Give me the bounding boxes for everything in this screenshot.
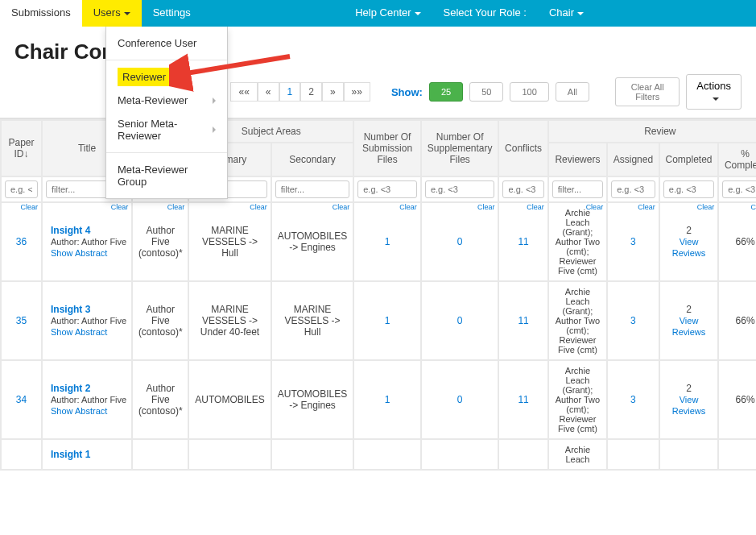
paper-id-cell[interactable]: 36 bbox=[1, 202, 42, 281]
conflicts-cell[interactable]: 11 bbox=[498, 281, 547, 360]
pct-cell: 66% bbox=[718, 202, 756, 281]
pagesize-50[interactable]: 50 bbox=[469, 82, 503, 102]
reviewers-cell: Archie Leach (Grant); Author Two (cmt); … bbox=[548, 202, 607, 281]
filter-reviewers[interactable] bbox=[552, 180, 603, 198]
help-center[interactable]: Help Center bbox=[344, 0, 432, 27]
table-row: Insight 1Archie Leach bbox=[1, 439, 756, 470]
col-assigned[interactable]: Assigned bbox=[607, 143, 659, 176]
clear-link[interactable]: Clear bbox=[638, 203, 655, 211]
pagesize-100[interactable]: 100 bbox=[510, 82, 548, 102]
title-link[interactable]: Insight 1 bbox=[51, 449, 90, 460]
caret-down-icon bbox=[415, 12, 421, 15]
paper-id-cell[interactable] bbox=[1, 439, 42, 470]
paper-id-cell[interactable]: 34 bbox=[1, 360, 42, 439]
pager-prev[interactable]: « bbox=[258, 82, 279, 102]
filter-conflicts[interactable] bbox=[502, 180, 543, 198]
clear-link[interactable]: Clear bbox=[586, 203, 604, 211]
pager-page-2[interactable]: 2 bbox=[300, 82, 322, 102]
col-submission-files[interactable]: Number Of Submission Files bbox=[353, 120, 421, 176]
caret-down-icon bbox=[713, 97, 719, 101]
filter-completed[interactable] bbox=[663, 180, 714, 198]
supp-files-cell[interactable]: 0 bbox=[421, 360, 499, 439]
tab-settings[interactable]: Settings bbox=[142, 0, 202, 27]
dropdown-reviewer[interactable]: Reviewer bbox=[118, 68, 171, 86]
secondary-cell bbox=[271, 439, 353, 470]
dropdown-meta-reviewer[interactable]: Meta-Reviewer bbox=[106, 89, 227, 112]
col-conflicts[interactable]: Conflicts bbox=[498, 120, 547, 176]
table-row: 36Insight 4Author: Author FiveShow Abstr… bbox=[1, 202, 756, 281]
actions-button[interactable]: Actions bbox=[686, 74, 742, 110]
clear-link[interactable]: Clear bbox=[333, 203, 350, 211]
clear-link[interactable]: Clear bbox=[697, 203, 715, 211]
col-paper-id[interactable]: Paper ID bbox=[1, 120, 42, 176]
col-pct-complete[interactable]: % Complete bbox=[718, 143, 756, 176]
pct-cell: 66% bbox=[718, 281, 756, 360]
filter-sub-files[interactable] bbox=[357, 180, 417, 198]
assigned-cell[interactable] bbox=[607, 439, 659, 470]
paper-id-cell[interactable]: 35 bbox=[1, 281, 42, 360]
clear-link[interactable]: Clear bbox=[477, 203, 495, 211]
filter-supp-files[interactable] bbox=[425, 180, 495, 198]
show-abstract-link[interactable]: Show Abstract bbox=[51, 406, 107, 416]
col-reviewers[interactable]: Reviewers bbox=[548, 143, 607, 176]
show-abstract-link[interactable]: Show Abstract bbox=[51, 248, 107, 258]
col-completed[interactable]: Completed bbox=[659, 143, 718, 176]
actions-label: Actions bbox=[696, 80, 731, 92]
authors-cell: Author Five (contoso)* bbox=[132, 360, 188, 439]
tab-users[interactable]: Users bbox=[82, 0, 142, 27]
conflicts-cell[interactable]: 11 bbox=[498, 202, 547, 281]
view-reviews-link[interactable]: View Reviews bbox=[672, 395, 706, 416]
completed-cell: 2View Reviews bbox=[659, 202, 718, 281]
clear-link[interactable]: Clear bbox=[527, 203, 544, 211]
sub-files-cell[interactable] bbox=[353, 439, 421, 470]
assigned-cell[interactable]: 3 bbox=[607, 360, 659, 439]
sub-files-cell[interactable]: 1 bbox=[353, 281, 421, 360]
clear-all-filters-button[interactable]: Clear All Filters bbox=[615, 77, 680, 106]
title-link[interactable]: Insight 2 bbox=[51, 383, 90, 394]
clear-link[interactable]: Clear bbox=[399, 203, 417, 211]
title-link[interactable]: Insight 4 bbox=[51, 225, 90, 236]
pagesize-all[interactable]: All bbox=[556, 82, 589, 102]
dropdown-conference-user[interactable]: Conference User bbox=[106, 31, 227, 55]
primary-cell: MARINE VESSELS -> Under 40-feet bbox=[188, 281, 271, 360]
dropdown-meta-reviewer-group[interactable]: Meta-Reviewer Group bbox=[106, 158, 227, 193]
view-reviews-link[interactable]: View Reviews bbox=[672, 316, 706, 337]
role-selector[interactable]: Chair bbox=[538, 0, 595, 27]
conflicts-cell[interactable]: 11 bbox=[498, 360, 547, 439]
col-secondary[interactable]: Secondary bbox=[271, 143, 353, 176]
dropdown-senior-meta-reviewer[interactable]: Senior Meta-Reviewer bbox=[106, 112, 227, 147]
supp-files-cell[interactable]: 0 bbox=[421, 202, 499, 281]
sub-files-cell[interactable]: 1 bbox=[353, 360, 421, 439]
filter-paper-id[interactable] bbox=[5, 180, 38, 198]
secondary-cell: MARINE VESSELS -> Hull bbox=[271, 281, 353, 360]
title-link[interactable]: Insight 3 bbox=[51, 304, 90, 315]
clear-link[interactable]: Clear bbox=[750, 203, 756, 211]
conflicts-cell[interactable] bbox=[498, 439, 547, 470]
clear-link[interactable]: Clear bbox=[250, 203, 267, 211]
clear-link[interactable]: Clear bbox=[20, 203, 38, 211]
pager-page-1[interactable]: 1 bbox=[279, 82, 301, 102]
supp-files-cell[interactable] bbox=[421, 439, 499, 470]
caret-down-icon bbox=[124, 12, 130, 15]
sub-files-cell[interactable]: 1 bbox=[353, 202, 421, 281]
clear-link[interactable]: Clear bbox=[167, 203, 185, 211]
show-abstract-link[interactable]: Show Abstract bbox=[51, 327, 107, 337]
filter-pct[interactable] bbox=[722, 180, 756, 198]
filter-secondary[interactable] bbox=[275, 180, 349, 198]
title-cell: Insight 1 bbox=[42, 439, 132, 470]
assigned-cell[interactable]: 3 bbox=[607, 281, 659, 360]
pager-next[interactable]: » bbox=[322, 82, 344, 102]
pagesize-25[interactable]: 25 bbox=[429, 82, 463, 102]
pager-last[interactable]: »» bbox=[344, 82, 370, 102]
tab-submissions[interactable]: Submissions bbox=[0, 0, 82, 27]
filter-assigned[interactable] bbox=[611, 180, 655, 198]
col-supplementary-files[interactable]: Number Of Supplementary Files bbox=[421, 120, 499, 176]
pager-first[interactable]: «« bbox=[230, 82, 257, 102]
title-cell: Insight 4Author: Author FiveShow Abstrac… bbox=[42, 202, 132, 281]
supp-files-cell[interactable]: 0 bbox=[421, 281, 499, 360]
assigned-cell[interactable]: 3 bbox=[607, 202, 659, 281]
dropdown-divider bbox=[106, 152, 227, 153]
primary-cell: AUTOMOBILES bbox=[188, 360, 271, 439]
clear-link[interactable]: Clear bbox=[111, 203, 129, 211]
view-reviews-link[interactable]: View Reviews bbox=[672, 237, 706, 258]
